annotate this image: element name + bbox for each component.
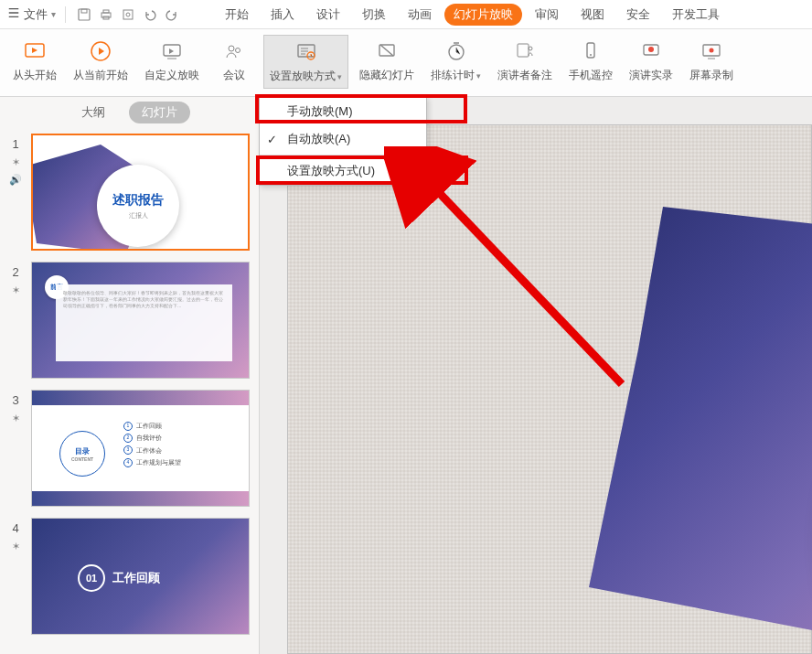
play-begin-icon <box>22 38 48 64</box>
slide-number: 4 <box>12 521 18 535</box>
phone-remote-icon <box>578 38 604 64</box>
svg-rect-0 <box>79 9 90 20</box>
toc-item: 工作规划与展望 <box>136 456 181 468</box>
separator <box>65 6 66 23</box>
custom-show-icon <box>159 38 185 64</box>
label: 演讲实录 <box>629 68 673 83</box>
label: 排练计时 <box>431 68 475 83</box>
label: 手动放映(M) <box>287 103 353 120</box>
slide1-title: 述职报告 <box>112 192 164 209</box>
slide-number: 2 <box>12 265 18 279</box>
animation-icon: ✶ <box>12 156 20 168</box>
play-current-icon <box>88 38 113 64</box>
chevron-down-icon: ▾ <box>476 71 481 80</box>
screen-record-button[interactable]: 屏幕录制 <box>684 35 739 87</box>
screen-record-icon <box>699 38 724 64</box>
chevron-down-icon: ▾ <box>51 9 56 19</box>
tab-outline[interactable]: 大纲 <box>69 102 118 123</box>
audio-icon: 🔊 <box>9 174 22 186</box>
setup-show-button[interactable]: 设置放映方式▾ <box>263 35 348 89</box>
thumbnail-row: 2 ✶ 前言 敬敬敬敬的各位领导、同事们大家好！春节即将到来之际，首先我在这里祝… <box>5 262 250 379</box>
tab-slides[interactable]: 幻灯片 <box>129 102 190 123</box>
speaker-notes-icon <box>512 38 538 64</box>
print-icon[interactable] <box>97 5 115 24</box>
tab-slideshow[interactable]: 幻灯片放映 <box>444 4 522 26</box>
label: 会议 <box>223 68 245 83</box>
tab-transition[interactable]: 切换 <box>353 0 395 29</box>
redo-icon[interactable] <box>163 5 181 24</box>
conference-icon <box>221 38 247 64</box>
chevron-down-icon: ▾ <box>337 72 342 81</box>
label: 设置放映方式(U) <box>287 163 375 179</box>
label: 自动放映(A) <box>287 131 350 147</box>
slide3-circle: 目录 <box>75 446 90 456</box>
animation-icon: ✶ <box>12 541 20 552</box>
record-speech-button[interactable]: 演讲实录 <box>624 35 678 87</box>
slide1-sub: 汇报人 <box>129 211 148 220</box>
tab-devtools[interactable]: 开发工具 <box>663 0 729 29</box>
label: 演讲者备注 <box>497 68 552 83</box>
thumbnail-row: 1 ✶ 🔊 述职报告 汇报人 <box>5 134 250 251</box>
slide-number: 1 <box>12 137 18 151</box>
hide-slide-icon <box>374 38 400 64</box>
undo-icon[interactable] <box>141 5 159 24</box>
menu-setup-show[interactable]: 设置放映方式(U) <box>260 157 426 185</box>
slide-number: 3 <box>12 393 18 407</box>
tab-design[interactable]: 设计 <box>307 0 349 29</box>
animation-icon: ✶ <box>12 284 20 296</box>
phone-remote-button[interactable]: 手机遥控 <box>563 35 618 87</box>
svg-rect-5 <box>123 10 133 19</box>
label: 屏幕录制 <box>689 68 733 83</box>
svg-rect-16 <box>518 44 529 57</box>
tab-animation[interactable]: 动画 <box>399 0 441 29</box>
speaker-notes-button[interactable]: 演讲者备注 <box>492 35 558 87</box>
svg-point-11 <box>236 48 240 53</box>
hamburger-icon[interactable] <box>7 6 20 22</box>
tab-insert[interactable]: 插入 <box>262 0 304 29</box>
tab-view[interactable]: 视图 <box>572 0 614 29</box>
print-preview-icon[interactable] <box>119 5 137 24</box>
thumbnail-3[interactable]: 目录CONTENT 1工作回顾 2自我评价 3工作体会 4工作规划与展望 <box>31 390 250 507</box>
svg-point-6 <box>126 13 130 16</box>
hide-slide-button[interactable]: 隐藏幻灯片 <box>354 35 420 87</box>
slide3-en: CONTENT <box>71 456 93 462</box>
menu-auto-show[interactable]: ✓ 自动放映(A) <box>260 125 426 153</box>
toc-item: 工作回顾 <box>136 420 162 432</box>
thumbnail-row: 4 ✶ 01 工作回顾 <box>5 518 250 635</box>
slide4-title: 工作回顾 <box>112 570 160 586</box>
slide2-body: 敬敬敬敬的各位领导、同事们大家好！春节即将到来之际，首先我在这里祝大家新年快乐！… <box>63 290 225 309</box>
outline-tabs: 大纲 幻灯片 <box>0 97 259 128</box>
setup-show-icon <box>294 39 319 65</box>
svg-point-21 <box>648 47 654 52</box>
from-current-button[interactable]: 从当前开始 <box>68 35 134 87</box>
svg-point-19 <box>590 54 592 56</box>
thumbnail-1[interactable]: 述职报告 汇报人 <box>31 134 250 251</box>
thumbnail-list[interactable]: 1 ✶ 🔊 述职报告 汇报人 2 ✶ <box>0 128 259 654</box>
toc-item: 自我评价 <box>136 432 162 444</box>
slide-panel: 大纲 幻灯片 1 ✶ 🔊 述职报告 汇报人 <box>0 97 260 654</box>
record-speech-icon <box>638 38 664 64</box>
thumbnail-4[interactable]: 01 工作回顾 <box>31 518 250 635</box>
label: 设置放映方式 <box>270 69 336 84</box>
svg-point-17 <box>529 47 532 50</box>
thumbnail-2[interactable]: 前言 敬敬敬敬的各位领导、同事们大家好！春节即将到来之际，首先我在这里祝大家新年… <box>31 262 250 379</box>
toc-item: 工作体会 <box>136 445 162 456</box>
from-beginning-button[interactable]: 从头开始 <box>7 35 62 87</box>
tab-start[interactable]: 开始 <box>216 0 258 29</box>
label: 自定义放映 <box>144 68 199 83</box>
animation-icon: ✶ <box>12 413 20 424</box>
file-menu[interactable]: 文件 <box>24 6 48 23</box>
label: 从当前开始 <box>73 68 128 83</box>
label: 隐藏幻灯片 <box>359 68 414 83</box>
svg-rect-1 <box>81 9 87 13</box>
custom-show-button[interactable]: 自定义放映 <box>139 35 205 87</box>
conference-button[interactable]: 会议 <box>210 35 258 87</box>
save-icon[interactable] <box>75 5 93 24</box>
label: 手机遥控 <box>569 68 613 83</box>
thumbnail-row: 3 ✶ 目录CONTENT 1工作回顾 2自我评价 3工作体会 4工作规划与展望 <box>5 390 250 507</box>
rehearse-button[interactable]: 排练计时▾ <box>425 35 486 87</box>
tab-review[interactable]: 审阅 <box>526 0 568 29</box>
menu-manual-show[interactable]: 手动放映(M) <box>260 98 426 125</box>
slide4-badge: 01 <box>78 564 105 592</box>
tab-security[interactable]: 安全 <box>617 0 659 29</box>
